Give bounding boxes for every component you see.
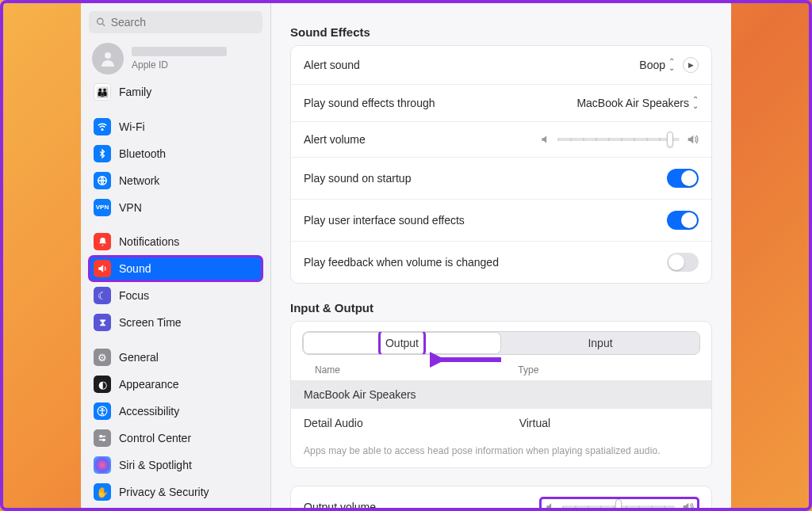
content-pane: Sound Effects Alert sound Boop ⌃⌄ ▶ Play…: [271, 3, 731, 508]
ui-sounds-toggle[interactable]: [667, 211, 699, 230]
row-label: Alert volume: [304, 133, 366, 146]
sidebar-item-bluetooth[interactable]: Bluetooth: [89, 141, 262, 166]
sidebar-item-vpn[interactable]: VPN VPN: [89, 195, 262, 220]
settings-window: Apple ID 👪 Family Wi-Fi Bluetooth Networ…: [81, 3, 731, 508]
sidebar-item-label: Focus: [119, 289, 149, 302]
sidebar-item-label: Privacy & Security: [119, 486, 209, 498]
play-through-popup[interactable]: MacBook Air Speakers ⌃⌄: [576, 96, 699, 110]
svg-point-10: [103, 439, 105, 440]
sidebar-item-screentime[interactable]: ⧗ Screen Time: [89, 310, 262, 335]
play-button[interactable]: ▶: [683, 57, 699, 73]
sidebar-item-label: VPN: [119, 201, 142, 214]
sidebar-item-controlcenter[interactable]: Control Center: [89, 425, 262, 451]
sidebar-item-siri[interactable]: Siri & Spotlight: [89, 452, 262, 478]
spatial-audio-note: Apps may be able to access head pose inf…: [291, 437, 711, 467]
svg-point-0: [98, 18, 103, 24]
sidebar-item-label: Bluetooth: [119, 147, 166, 160]
row-label: Alert sound: [304, 59, 360, 71]
output-device-row[interactable]: Detail Audio Virtual: [291, 409, 711, 437]
row-alert-sound: Alert sound Boop ⌃⌄ ▶: [291, 46, 711, 84]
sidebar-item-label: Control Center: [119, 432, 191, 444]
sidebar-item-privacy[interactable]: ✋ Privacy & Security: [89, 479, 262, 505]
sidebar-item-label: Siri & Spotlight: [119, 459, 192, 471]
screentime-icon: ⧗: [94, 314, 111, 331]
notifications-icon: [94, 233, 111, 250]
row-alert-volume: Alert volume: [291, 121, 711, 157]
row-label: Play feedback when volume is changed: [304, 256, 499, 269]
privacy-icon: ✋: [94, 483, 111, 501]
sidebar-item-label: General: [119, 351, 159, 364]
annotation-arrow-icon: [430, 349, 505, 371]
sidebar: Apple ID 👪 Family Wi-Fi Bluetooth Networ…: [81, 3, 271, 508]
sidebar-item-sound[interactable]: Sound: [89, 256, 262, 281]
row-label: Play user interface sound effects: [304, 214, 465, 227]
play-through-value: MacBook Air Speakers: [576, 97, 689, 109]
search-input[interactable]: [111, 16, 255, 29]
sidebar-item-label: Network: [119, 174, 159, 187]
sidebar-item-wifi[interactable]: Wi-Fi: [89, 114, 262, 139]
speaker-low-icon: [545, 501, 556, 508]
sidebar-item-general[interactable]: ⚙ General: [89, 345, 262, 370]
row-startup-sound: Play sound on startup: [291, 157, 711, 199]
chevron-updown-icon: ⌃⌄: [668, 58, 675, 72]
startup-sound-toggle[interactable]: [667, 169, 699, 188]
output-device-row[interactable]: MacBook Air Speakers: [291, 380, 711, 409]
siri-icon: [94, 456, 111, 474]
svg-line-1: [102, 24, 105, 26]
wifi-icon: [94, 118, 111, 135]
speaker-low-icon: [540, 134, 551, 145]
tab-output-label: Output: [381, 331, 423, 355]
search-field[interactable]: [89, 11, 262, 33]
row-output-volume: Output volume: [291, 486, 711, 508]
input-output-card: Output Input Name Type MacBook Air Speak…: [290, 321, 712, 468]
apple-id-row[interactable]: Apple ID: [89, 33, 262, 78]
sidebar-item-focus[interactable]: ☾ Focus: [89, 283, 262, 308]
output-volume-card: Output volume: [290, 486, 712, 508]
row-label: Play sound on startup: [304, 172, 411, 185]
chevron-updown-icon: ⌃⌄: [692, 96, 699, 110]
svg-point-8: [100, 436, 102, 437]
controlcenter-icon: [94, 429, 111, 447]
sidebar-item-appearance[interactable]: ◐ Appearance: [89, 372, 262, 397]
sound-icon: [94, 260, 111, 277]
device-name: MacBook Air Speakers: [304, 388, 519, 401]
accessibility-icon: [94, 402, 111, 420]
output-volume-slider[interactable]: [540, 498, 699, 508]
sound-effects-card: Alert sound Boop ⌃⌄ ▶ Play sound effects…: [290, 45, 712, 284]
alert-sound-popup[interactable]: Boop ⌃⌄: [639, 58, 675, 72]
network-icon: [94, 172, 111, 189]
tab-input[interactable]: Input: [501, 332, 699, 354]
device-name: Detail Audio: [304, 417, 519, 429]
alert-volume-slider[interactable]: [540, 133, 699, 146]
focus-icon: ☾: [94, 287, 111, 304]
sidebar-item-network[interactable]: Network: [89, 168, 262, 193]
row-volume-feedback: Play feedback when volume is changed: [291, 241, 711, 283]
svg-point-2: [105, 52, 111, 59]
sidebar-item-family[interactable]: 👪 Family: [89, 79, 262, 105]
device-type: [519, 388, 699, 401]
row-label: Play sound effects through: [304, 97, 435, 109]
sidebar-item-accessibility[interactable]: Accessibility: [89, 399, 262, 424]
speaker-high-icon: [686, 133, 699, 146]
bluetooth-icon: [94, 145, 111, 162]
vpn-icon: VPN: [94, 199, 111, 216]
sidebar-item-label: Sound: [119, 262, 151, 275]
row-play-through: Play sound effects through MacBook Air S…: [291, 84, 711, 121]
sidebar-item-notifications[interactable]: Notifications: [89, 229, 262, 254]
section-sound-effects: Sound Effects: [290, 25, 712, 39]
alert-sound-value: Boop: [639, 59, 665, 71]
sidebar-item-label: Appearance: [119, 378, 179, 391]
col-type: Type: [518, 364, 688, 376]
sidebar-item-label: Family: [119, 86, 151, 98]
device-type: Virtual: [519, 417, 699, 429]
svg-point-3: [102, 128, 103, 130]
volume-feedback-toggle[interactable]: [667, 253, 699, 272]
sidebar-item-label: Screen Time: [119, 316, 182, 329]
section-input-output: Input & Output: [290, 301, 712, 315]
speaker-high-icon: [681, 501, 694, 508]
row-ui-sounds: Play user interface sound effects: [291, 199, 711, 241]
search-icon: [96, 17, 106, 28]
row-label: Output volume: [304, 501, 376, 508]
family-icon: 👪: [94, 83, 111, 101]
general-icon: ⚙: [94, 349, 111, 366]
